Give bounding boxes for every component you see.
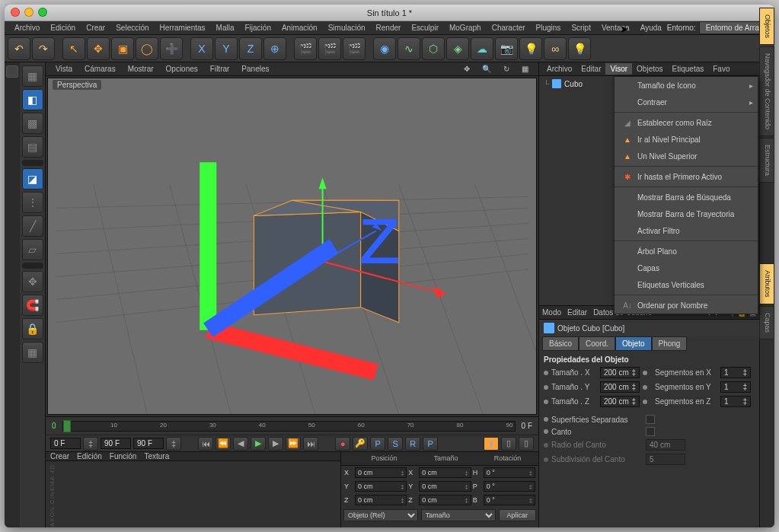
menu-edición[interactable]: Edición <box>45 22 81 33</box>
vpmenu-paneles[interactable]: Paneles <box>236 63 274 75</box>
next-key-button[interactable]: ⏩ <box>286 437 301 451</box>
tab-phong[interactable]: Phong <box>652 336 688 351</box>
viewport[interactable]: Perspectiva <box>47 78 537 415</box>
timeline-playhead[interactable] <box>63 420 71 432</box>
ctx-mostrar-barra-de-búsqueda[interactable]: Mostrar Barra de Búsqueda <box>615 189 758 205</box>
vpmenu-opciones[interactable]: Opciones <box>161 63 203 75</box>
viewport-zoom-icon[interactable]: 🔍 <box>477 63 496 75</box>
prev-frame-button[interactable]: ◀ <box>233 437 248 451</box>
objmenu-etiquetas[interactable]: Etiquetas <box>668 63 709 75</box>
x-axis-toggle[interactable]: X <box>190 37 213 60</box>
ctx-capas[interactable]: Capas <box>615 260 758 276</box>
environment-button[interactable]: ☁ <box>471 37 493 60</box>
redo-button[interactable]: ↷ <box>32 37 55 60</box>
render-view-button[interactable]: 🎬 <box>294 37 317 60</box>
object-mode-button[interactable]: ◪ <box>22 168 43 190</box>
viewport-layout-icon[interactable]: ▦ <box>516 63 534 75</box>
apply-button[interactable]: Aplicar <box>499 509 537 521</box>
ctx-mostrar-barra-de-trayectoria[interactable]: Mostrar Barra de Trayectoria <box>615 205 758 222</box>
objmenu-visor[interactable]: Visor <box>605 63 632 75</box>
goto-start-button[interactable]: ⏮ <box>198 437 213 451</box>
objmenu-editar[interactable]: Editar <box>576 63 605 75</box>
rotate-tool[interactable]: ◯ <box>136 37 158 60</box>
sidetab-atributos[interactable]: Atributos <box>759 263 774 304</box>
menu-mograph[interactable]: MoGraph <box>444 22 487 33</box>
ctx-tamaño-de-icono[interactable]: Tamaño de Icono <box>615 77 758 94</box>
vpmenu-mostrar[interactable]: Mostrar <box>123 63 159 75</box>
vpmenu-vista[interactable]: Vista <box>50 63 78 75</box>
checkbox[interactable] <box>646 427 655 436</box>
bulb-icon[interactable]: 💡 <box>568 37 591 60</box>
matmenu-edición[interactable]: Edición <box>77 452 102 460</box>
vpmenu-cámaras[interactable]: Cámaras <box>79 63 121 75</box>
goto-end-button[interactable]: ⏭ <box>303 437 318 451</box>
coord-system[interactable]: ⊕ <box>263 37 286 60</box>
misc-button[interactable]: ▦ <box>22 342 43 363</box>
frame-total-field[interactable] <box>133 438 164 449</box>
menu-selección[interactable]: Selección <box>110 22 154 33</box>
spline-button[interactable]: ∿ <box>397 37 420 60</box>
sidetab-navegador[interactable]: Navegador de Contenido <box>759 62 774 136</box>
render-picture-button[interactable]: 🎬 <box>318 37 341 60</box>
tab-coord[interactable]: Coord. <box>579 336 615 351</box>
attr-menu-modo[interactable]: Modo <box>542 308 561 317</box>
camera-button[interactable]: 📷 <box>495 37 518 60</box>
menu-herramientas[interactable]: Herramientas <box>155 22 211 33</box>
point-mode-button[interactable]: ⋮ <box>22 192 43 213</box>
sidetab-estructura[interactable]: Estructura <box>759 138 774 183</box>
ctx-ir-al-nivel-principal[interactable]: ▲Ir al Nivel Principal <box>615 131 758 148</box>
snap-button[interactable]: 🧲 <box>22 295 43 316</box>
attr-menu-editar[interactable]: Editar <box>567 308 587 317</box>
menu-plugins[interactable]: Plugins <box>531 22 567 33</box>
edge-mode-button[interactable]: ╱ <box>22 215 43 237</box>
menu-script[interactable]: Script <box>566 22 596 33</box>
autokey-button[interactable]: 🔑 <box>353 437 368 451</box>
matmenu-crear[interactable]: Crear <box>50 452 69 460</box>
generator-button[interactable]: ⬡ <box>422 37 445 60</box>
objmenu-favo[interactable]: Favo <box>708 63 734 75</box>
menu-character[interactable]: Character <box>487 22 531 33</box>
menu-esculpir[interactable]: Esculpir <box>406 22 444 33</box>
vpmenu-filtrar[interactable]: Filtrar <box>205 63 235 75</box>
layout-btn-3[interactable]: ▯ <box>519 437 534 451</box>
undo-button[interactable]: ↶ <box>8 37 30 60</box>
workplane-lock-button[interactable]: 🔒 <box>22 318 43 339</box>
polygon-mode-button[interactable]: ▱ <box>22 239 43 260</box>
frame-start-field[interactable] <box>50 438 81 449</box>
matmenu-textura[interactable]: Textura <box>144 452 169 460</box>
objmenu-objetos[interactable]: Objetos <box>632 63 667 75</box>
scale-tool[interactable]: ▣ <box>111 37 134 60</box>
layout-btn-2[interactable]: ▯ <box>501 437 516 451</box>
y-axis-toggle[interactable]: Y <box>215 37 238 60</box>
layout-btn-1[interactable]: ▮ <box>484 437 499 451</box>
last-tool[interactable]: ➕ <box>160 37 183 60</box>
primitive-button[interactable]: ◉ <box>373 37 396 60</box>
coord-mode-select[interactable]: Objeto (Rel) <box>343 509 418 521</box>
menu-ventana[interactable]: Ventana <box>596 22 635 33</box>
ctx-etiquetas-verticales[interactable]: Etiquetas Verticales <box>615 276 758 293</box>
menu-crear[interactable]: Crear <box>81 22 110 33</box>
play-button[interactable]: ▶ <box>251 437 266 451</box>
make-editable-button[interactable]: ▦ <box>22 65 43 87</box>
ctx-árbol-plano[interactable]: Árbol Plano <box>615 243 758 260</box>
viewport-nav-icon[interactable]: ✥ <box>458 63 475 75</box>
next-frame-button[interactable]: ▶ <box>268 437 283 451</box>
ctx-activar-filtro[interactable]: Activar Filtro <box>615 222 758 239</box>
sidetab-capas[interactable]: Capas <box>759 306 774 339</box>
z-axis-toggle[interactable]: Z <box>239 37 262 60</box>
frame-end-field[interactable] <box>101 438 131 449</box>
spin-icon[interactable]: ‡ <box>166 437 181 451</box>
render-settings-button[interactable]: 🎬 <box>343 37 366 60</box>
checkbox[interactable] <box>646 415 655 424</box>
menu-simulación[interactable]: Simulación <box>323 22 371 33</box>
viewport-rotate-icon[interactable]: ↻ <box>498 63 515 75</box>
texture-mode-button[interactable]: ▩ <box>22 113 43 134</box>
key-pos-button[interactable]: P <box>370 437 385 451</box>
record-button[interactable]: ● <box>335 437 350 451</box>
menu-archivo[interactable]: Archivo <box>9 22 45 33</box>
menu-render[interactable]: Render <box>371 22 407 33</box>
timeline[interactable]: 0 0102030405060708090 0 F <box>46 416 538 435</box>
workplane-button[interactable]: ▤ <box>22 136 43 158</box>
move-tool[interactable]: ✥ <box>87 37 110 60</box>
light-button[interactable]: 💡 <box>519 37 542 60</box>
